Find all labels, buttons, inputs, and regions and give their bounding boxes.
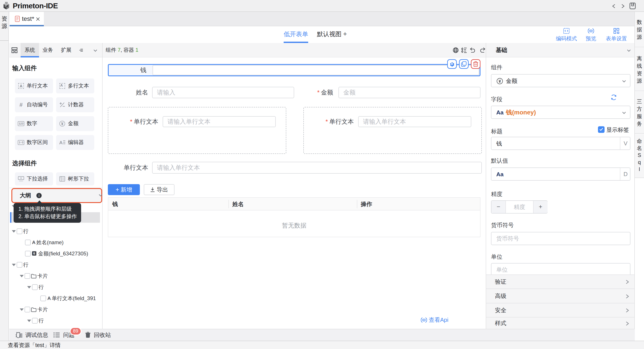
svg-text:A: A — [59, 140, 63, 145]
